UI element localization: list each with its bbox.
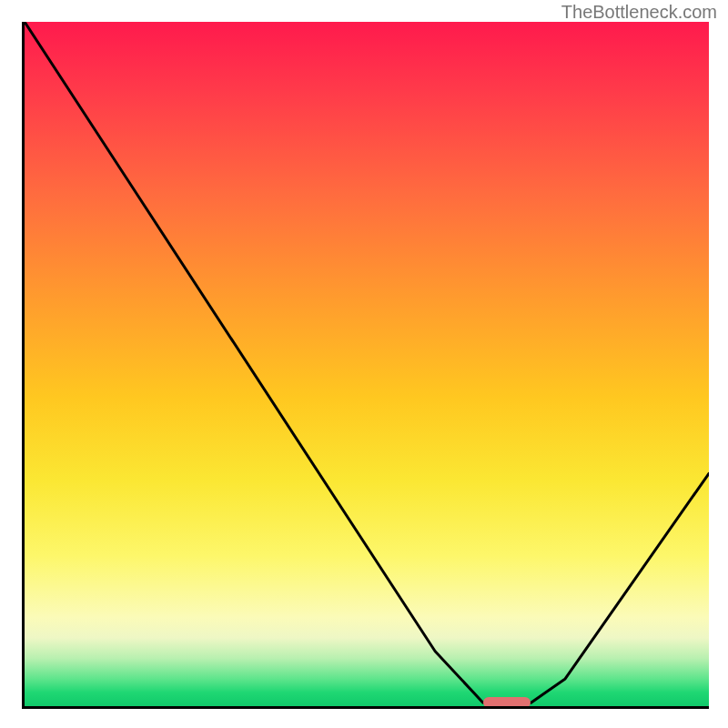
bottleneck-curve [25, 22, 709, 703]
chart-curve-svg [25, 22, 709, 706]
watermark-text: TheBottleneck.com [561, 2, 717, 23]
chart-plot-area [22, 22, 709, 709]
optimum-marker [483, 697, 531, 708]
